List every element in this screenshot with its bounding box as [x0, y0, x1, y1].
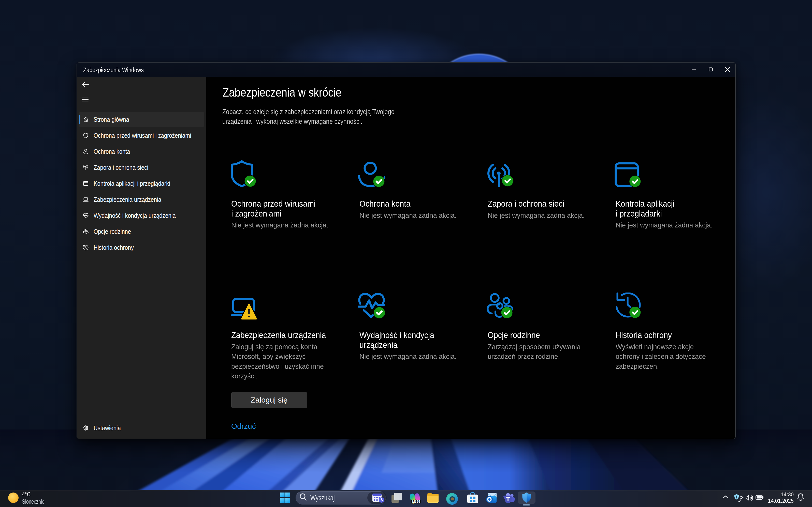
svg-text:M365: M365: [412, 500, 420, 503]
